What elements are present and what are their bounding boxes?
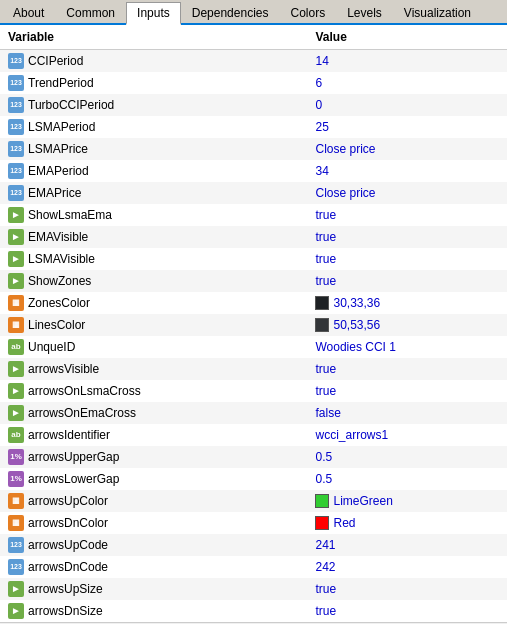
numeric-icon: 123 <box>8 163 24 179</box>
value-text: 50,53,56 <box>333 318 380 332</box>
table-row: ►arrowsDnSizetrue <box>0 600 507 622</box>
tab-about[interactable]: About <box>2 2 55 23</box>
table-row: 1%arrowsUpperGap0.5 <box>0 446 507 468</box>
variable-cell: 123LSMAPeriod <box>0 116 307 138</box>
variable-name: TurboCCIPeriod <box>28 98 114 112</box>
value-text: 6 <box>315 76 322 90</box>
table-row: ▦ZonesColor30,33,36 <box>0 292 507 314</box>
value-cell[interactable]: 0.5 <box>307 468 507 490</box>
value-text: 34 <box>315 164 328 178</box>
value-cell[interactable]: true <box>307 226 507 248</box>
variable-cell: abarrowsIdentifier <box>0 424 307 446</box>
numeric-icon: 123 <box>8 97 24 113</box>
value-cell[interactable]: 25 <box>307 116 507 138</box>
tab-common[interactable]: Common <box>55 2 126 23</box>
arrow-icon: ► <box>8 383 24 399</box>
variable-name: UnqueID <box>28 340 75 354</box>
value-text: true <box>315 252 336 266</box>
table-row: 123CCIPeriod14 <box>0 50 507 73</box>
value-cell[interactable]: Woodies CCI 1 <box>307 336 507 358</box>
variable-cell: ►ShowLsmaEma <box>0 204 307 226</box>
value-cell[interactable]: true <box>307 270 507 292</box>
table-row: ►arrowsUpSizetrue <box>0 578 507 600</box>
value-cell[interactable]: 30,33,36 <box>307 292 507 314</box>
table-row: ►ShowLsmaEmatrue <box>0 204 507 226</box>
value-cell[interactable]: Close price <box>307 138 507 160</box>
variable-name: LinesColor <box>28 318 85 332</box>
value-cell[interactable]: true <box>307 600 507 622</box>
value-text: 14 <box>315 54 328 68</box>
value-cell[interactable]: 242 <box>307 556 507 578</box>
color-swatch <box>315 296 329 310</box>
value-text: true <box>315 604 336 618</box>
table-row: 123TurboCCIPeriod0 <box>0 94 507 116</box>
variable-name: arrowsUpCode <box>28 538 108 552</box>
variable-name: EMAVisible <box>28 230 88 244</box>
table-row: ►arrowsVisibletrue <box>0 358 507 380</box>
numeric-icon: 123 <box>8 141 24 157</box>
value-cell[interactable]: 0 <box>307 94 507 116</box>
value-cell[interactable]: 241 <box>307 534 507 556</box>
numeric-icon: 123 <box>8 75 24 91</box>
numeric-icon: 123 <box>8 185 24 201</box>
table-row: 123TrendPeriod6 <box>0 72 507 94</box>
table-row: ▦LinesColor50,53,56 <box>0 314 507 336</box>
value-icon: 1% <box>8 449 24 465</box>
color-swatch <box>315 494 329 508</box>
value-cell[interactable]: 50,53,56 <box>307 314 507 336</box>
value-cell[interactable]: 14 <box>307 50 507 73</box>
variable-name: arrowsIdentifier <box>28 428 110 442</box>
tab-dependencies[interactable]: Dependencies <box>181 2 280 23</box>
text-icon: ab <box>8 427 24 443</box>
variable-cell: 1%arrowsUpperGap <box>0 446 307 468</box>
tab-inputs[interactable]: Inputs <box>126 2 181 25</box>
variable-cell: abUnqueID <box>0 336 307 358</box>
value-cell[interactable]: Red <box>307 512 507 534</box>
value-text: 0 <box>315 98 322 112</box>
inputs-table: Variable Value 123CCIPeriod14123TrendPer… <box>0 25 507 622</box>
variable-cell: ►EMAVisible <box>0 226 307 248</box>
variable-name: arrowsLowerGap <box>28 472 119 486</box>
numeric-icon: 123 <box>8 119 24 135</box>
color-icon: ▦ <box>8 295 24 311</box>
value-cell[interactable]: true <box>307 578 507 600</box>
value-cell[interactable]: 6 <box>307 72 507 94</box>
table-row: ►LSMAVisibletrue <box>0 248 507 270</box>
variable-cell: 123arrowsDnCode <box>0 556 307 578</box>
numeric-icon: 123 <box>8 537 24 553</box>
value-cell[interactable]: true <box>307 248 507 270</box>
numeric-icon: 123 <box>8 53 24 69</box>
value-text: 242 <box>315 560 335 574</box>
table-row: 123LSMAPeriod25 <box>0 116 507 138</box>
tab-colors[interactable]: Colors <box>279 2 336 23</box>
tab-visualization[interactable]: Visualization <box>393 2 482 23</box>
variable-name: EMAPeriod <box>28 164 89 178</box>
variable-cell: ►LSMAVisible <box>0 248 307 270</box>
value-cell[interactable]: true <box>307 204 507 226</box>
text-icon: ab <box>8 339 24 355</box>
value-cell[interactable]: LimeGreen <box>307 490 507 512</box>
value-text: Close price <box>315 142 375 156</box>
value-text: LimeGreen <box>333 494 392 508</box>
arrow-icon: ► <box>8 603 24 619</box>
value-cell[interactable]: Close price <box>307 182 507 204</box>
variable-cell: 123LSMAPrice <box>0 138 307 160</box>
value-cell[interactable]: 0.5 <box>307 446 507 468</box>
value-text: wcci_arrows1 <box>315 428 388 442</box>
value-cell[interactable]: true <box>307 380 507 402</box>
value-cell[interactable]: false <box>307 402 507 424</box>
variable-name: EMAPrice <box>28 186 81 200</box>
variable-name: LSMAPrice <box>28 142 88 156</box>
value-cell[interactable]: 34 <box>307 160 507 182</box>
table-row: abUnqueIDWoodies CCI 1 <box>0 336 507 358</box>
variable-name: arrowsOnLsmaCross <box>28 384 141 398</box>
variable-cell: 123arrowsUpCode <box>0 534 307 556</box>
tab-levels[interactable]: Levels <box>336 2 393 23</box>
variable-name: arrowsVisible <box>28 362 99 376</box>
value-cell[interactable]: true <box>307 358 507 380</box>
value-cell[interactable]: wcci_arrows1 <box>307 424 507 446</box>
arrow-icon: ► <box>8 207 24 223</box>
variable-name: CCIPeriod <box>28 54 83 68</box>
value-text: true <box>315 582 336 596</box>
variable-cell: ▦LinesColor <box>0 314 307 336</box>
